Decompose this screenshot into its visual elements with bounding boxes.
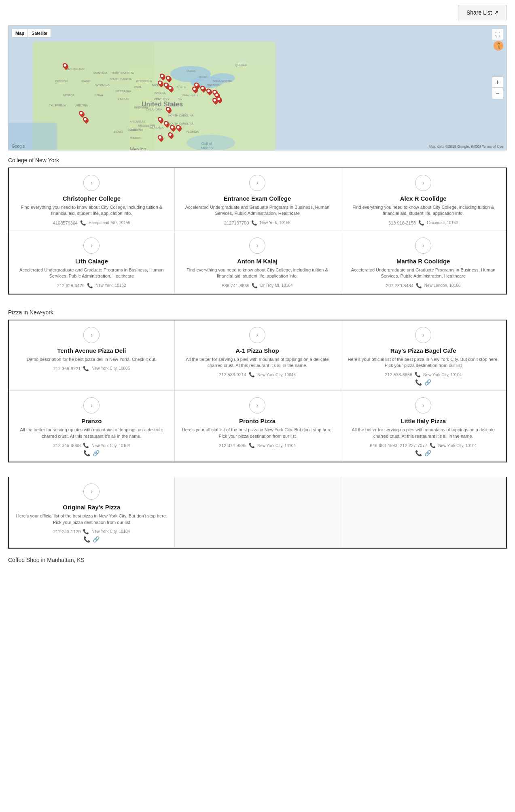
listing-card: ›A-1 Pizza ShopAll the better for servin…	[175, 320, 341, 391]
card-address: New London, 10166	[424, 283, 461, 288]
card-navigate-icon[interactable]: ›	[249, 397, 265, 413]
section-1: Pizza in New-york›Tenth Avenue Pizza Del…	[0, 303, 515, 463]
svg-text:KANSAS: KANSAS	[118, 98, 129, 101]
card-address: Dr Troy MI, 10164	[260, 283, 292, 288]
card-phone: 207 230-8484	[386, 283, 413, 288]
listing-card: ›Tenth Avenue Pizza DeliDemo description…	[9, 320, 175, 391]
card-name: Little Italy Pizza	[401, 418, 446, 424]
card-description: Find everything you need to know about C…	[14, 204, 170, 217]
card-action-icon-1[interactable]: 📞	[83, 536, 90, 543]
listing-card: ›Lith CalageAccelerated Undergraduate an…	[9, 231, 175, 294]
card-address: New York City, 10005	[91, 366, 130, 371]
svg-text:WYOMING: WYOMING	[95, 84, 110, 87]
card-name: Lith Calage	[75, 258, 108, 265]
card-footer: 207 230-8484📞New London, 10166	[345, 283, 501, 288]
card-address: New York, 10162	[95, 283, 126, 288]
share-list-button[interactable]: Share List ↗	[458, 5, 507, 20]
card-footer-line: 212 628-6479📞New York, 10162	[57, 283, 126, 288]
map-zoom-in-button[interactable]: +	[492, 76, 503, 88]
card-navigate-icon[interactable]: ›	[83, 483, 100, 500]
card-phone: 212 366-9221	[53, 366, 81, 371]
card-navigate-icon[interactable]: ›	[415, 237, 431, 254]
card-navigate-icon[interactable]: ›	[83, 175, 100, 191]
svg-text:WEST VA: WEST VA	[170, 104, 183, 107]
card-description: Find everything you need to know about C…	[180, 267, 335, 280]
card-action-icon-2[interactable]: 🔗	[93, 450, 100, 456]
svg-text:NOVA SCOTIA: NOVA SCOTIA	[213, 80, 232, 83]
card-navigate-icon[interactable]: ›	[249, 237, 265, 254]
card-action-icon-1[interactable]: 📞	[83, 450, 90, 456]
card-footer-line: 646 663-4593; 212 227-7077📞New York City…	[370, 443, 477, 448]
card-footer: 212 366-9221📞New York City, 10005	[14, 366, 170, 371]
svg-text:NORTH CAROLINA: NORTH CAROLINA	[168, 114, 194, 117]
card-navigate-icon[interactable]: ›	[415, 175, 431, 191]
svg-text:WISCONSIN: WISCONSIN	[136, 80, 152, 83]
phone-icon: 📞	[83, 366, 89, 371]
last-section: Coffee Shop in Manhattan, KS	[0, 549, 515, 563]
phone-icon: 📞	[83, 529, 89, 534]
card-footer: 586 741-8669📞Dr Troy MI, 10164	[180, 283, 335, 288]
svg-text:Mexico: Mexico	[201, 146, 213, 150]
phone-icon: 📞	[249, 372, 255, 377]
card-description: All the better for serving up pies with …	[180, 356, 335, 369]
svg-text:KENTUCKY: KENTUCKY	[154, 98, 170, 101]
phone-icon: 📞	[416, 283, 422, 288]
phone-icon: 📞	[249, 443, 255, 448]
card-navigate-icon[interactable]: ›	[415, 397, 431, 413]
map-person-icon: 🧍	[494, 41, 503, 51]
svg-text:NEBRASKA: NEBRASKA	[116, 90, 131, 93]
card-navigate-icon[interactable]: ›	[249, 327, 265, 343]
empty-card	[340, 477, 506, 548]
card-navigate-icon[interactable]: ›	[249, 175, 265, 191]
card-footer: 212 533-0214📞New York City, 10043	[180, 372, 335, 377]
card-navigate-icon[interactable]: ›	[83, 237, 100, 254]
svg-text:Montré: Montré	[199, 76, 208, 78]
map-tab-map[interactable]: Map	[12, 29, 28, 38]
card-footer: 513 918-3158📞Cincinnati, 10160	[345, 220, 501, 226]
svg-text:IOWA: IOWA	[134, 86, 142, 89]
card-address: New York City, 10104	[91, 529, 130, 534]
card-action-icon-2[interactable]: 🔗	[424, 379, 431, 386]
card-address: New York City, 10104	[438, 443, 477, 448]
listing-card: ›Anton M KalajFind everything you need t…	[175, 231, 341, 294]
card-navigate-icon[interactable]: ›	[83, 327, 100, 343]
card-action-icon-2[interactable]: 🔗	[93, 536, 100, 543]
card-action-icon-1[interactable]: 📞	[415, 379, 422, 386]
svg-text:Ottawa: Ottawa	[187, 70, 195, 72]
map-tab-satellite[interactable]: Satellite	[28, 29, 51, 38]
card-footer: 212 533-6656📞New York City, 10104📞🔗	[345, 372, 501, 386]
card-phone: 646 663-4593; 212 227-7077	[370, 443, 427, 448]
svg-text:Gulf of: Gulf of	[201, 142, 212, 146]
card-navigate-icon[interactable]: ›	[415, 327, 431, 343]
card-footer-line: 212 374-9595📞New York City, 10104	[219, 443, 296, 448]
listing-card: ›Ray's Pizza Bagel CafeHere's your offic…	[340, 320, 506, 391]
card-name: Christopher College	[63, 195, 121, 202]
card-navigate-icon[interactable]: ›	[83, 397, 100, 413]
google-logo: Google	[12, 144, 25, 148]
listing-card: ›Entrance Exam CollegeAccelerated Underg…	[175, 168, 341, 231]
card-extra-actions: 📞🔗	[415, 450, 431, 456]
svg-text:MISSISSIPPI: MISSISSIPPI	[138, 124, 155, 127]
card-action-icon-1[interactable]: 📞	[415, 450, 422, 456]
single-card-section: ›Original Ray's PizzaHere's your officia…	[0, 471, 515, 549]
map-zoom-out-button[interactable]: −	[492, 88, 503, 99]
card-description: Here's your official list of the best pi…	[345, 356, 501, 369]
card-phone: 2127137700	[224, 220, 249, 225]
card-phone: 212 533-0214	[219, 372, 246, 377]
svg-text:NEVADA: NEVADA	[63, 94, 75, 97]
card-description: Accelerated Undergraduate and Graduate P…	[180, 204, 335, 217]
cards-grid: ›Christopher CollegeFind everything you …	[8, 167, 507, 295]
card-name: Original Ray's Pizza	[63, 504, 120, 511]
card-footer-line: 513 918-3158📞Cincinnati, 10160	[388, 220, 458, 226]
phone-icon: 📞	[251, 220, 257, 226]
card-address: New York City, 10104	[257, 443, 296, 448]
svg-text:TEXAS: TEXAS	[114, 130, 123, 133]
svg-text:ARKANSAS: ARKANSAS	[130, 120, 145, 123]
card-phone: 4108576364	[53, 220, 78, 225]
phone-icon: 📞	[83, 443, 89, 448]
phone-icon: 📞	[252, 283, 258, 288]
svg-text:IDAHO: IDAHO	[81, 80, 91, 83]
svg-text:UTAH: UTAH	[95, 94, 103, 97]
map-fullscreen-button[interactable]: ⛶	[492, 29, 503, 40]
card-action-icon-2[interactable]: 🔗	[424, 450, 431, 456]
